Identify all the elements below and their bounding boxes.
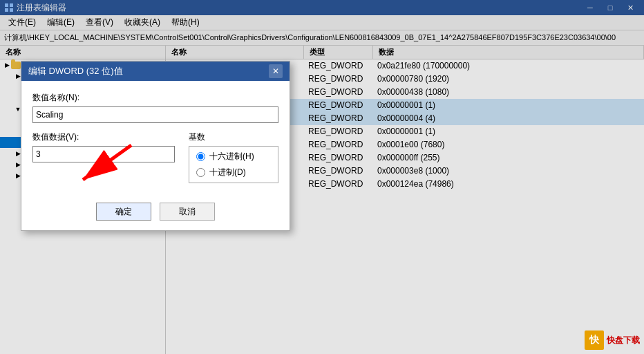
data-value-input[interactable] <box>32 146 175 162</box>
radio-dec-label: 十进制(D) <box>209 167 246 178</box>
base-group: 基数 十六进制(H) 十进制(D) <box>189 131 278 183</box>
cancel-button[interactable]: 取消 <box>160 203 215 221</box>
radio-hex-label: 十六进制(H) <box>209 151 254 162</box>
radio-dec[interactable]: 十进制(D) <box>196 167 271 178</box>
radio-dec-input[interactable] <box>196 168 205 177</box>
edit-dword-dialog: 编辑 DWORD (32 位)值 ✕ 数值名称(N): 数值数据(V): 基数 <box>21 61 290 231</box>
ok-button[interactable]: 确定 <box>96 203 151 221</box>
radio-hex-input[interactable] <box>196 152 205 161</box>
data-row: 数值数据(V): 基数 十六进制(H) 十进制(D) <box>32 131 278 183</box>
dialog-overlay: 编辑 DWORD (32 位)值 ✕ 数值名称(N): 数值数据(V): 基数 <box>0 0 644 354</box>
dialog-footer: 确定 取消 <box>21 200 290 230</box>
name-input[interactable] <box>32 106 278 123</box>
dialog-title-bar: 编辑 DWORD (32 位)值 ✕ <box>21 62 290 81</box>
watermark: 快 快盘下载 <box>585 330 640 350</box>
dialog-body: 数值名称(N): 数值数据(V): 基数 十六进制(H) <box>21 81 290 200</box>
dialog-close-button[interactable]: ✕ <box>269 64 283 78</box>
dialog-title: 编辑 DWORD (32 位)值 <box>28 65 269 77</box>
watermark-label: 快盘下载 <box>607 335 640 346</box>
base-radio-group: 十六进制(H) 十进制(D) <box>189 146 278 183</box>
watermark-icon: 快 <box>585 330 604 350</box>
name-field-label: 数值名称(N): <box>32 92 278 104</box>
base-label: 基数 <box>189 131 278 143</box>
data-field-label: 数值数据(V): <box>32 131 175 143</box>
name-field-row: 数值名称(N): <box>32 92 278 123</box>
data-left-col: 数值数据(V): <box>32 131 175 162</box>
radio-hex[interactable]: 十六进制(H) <box>196 151 271 162</box>
